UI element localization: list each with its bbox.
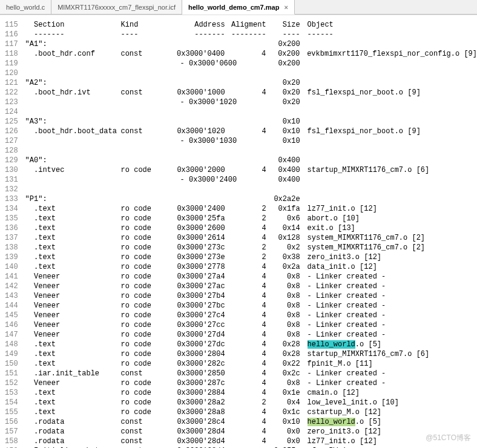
tab-label: hello_world_demo_cm7.map — [188, 4, 279, 11]
line-number: 156 — [5, 417, 18, 427]
editor-line: Veneerro code0x3000'287c40x8- Linker cre… — [25, 378, 477, 388]
line-number: 148 — [5, 340, 18, 349]
search-match: hello_world — [308, 340, 355, 349]
line-number: 151 — [5, 369, 18, 378]
line-number: 122 — [5, 88, 18, 97]
editor-line: Veneerro code0x3000'27cc40x8- Linker cre… — [25, 320, 477, 330]
editor-line: .textro code0x3000'260040x14exit.o [13] — [25, 223, 477, 233]
line-number: 120 — [5, 68, 18, 78]
line-number: 155 — [5, 407, 18, 417]
line-number: 141 — [5, 272, 18, 282]
editor-line: .textro code0x3000'28a220x4low_level_ini… — [25, 398, 477, 407]
editor-line: .textro code0x3000'277840x2adata_init.o … — [25, 262, 477, 272]
editor-line: ------------------------------------ — [25, 30, 477, 39]
editor-line: .textro code0x3000'28a840x1ccstartup_M.o… — [25, 407, 477, 417]
line-number: 118 — [5, 49, 18, 59]
editor-line: "A2":0x20 — [25, 78, 477, 88]
line-number: 143 — [5, 291, 18, 301]
editor-line: Veneerro code0x3000'27ac40x8- Linker cre… — [25, 282, 477, 291]
editor-line: .textro code0x3000'280440x28startup_MIMX… — [25, 349, 477, 359]
line-number: 131 — [5, 175, 18, 185]
line-number: 130 — [5, 165, 18, 175]
line-number: 147 — [5, 330, 18, 340]
editor-line: .rodataconst0x3000'28c440x10hello_world.… — [25, 417, 477, 427]
line-number: 129 — [5, 156, 18, 165]
line-number: 157 — [5, 427, 18, 436]
line-number: 154 — [5, 398, 18, 407]
close-icon[interactable]: × — [284, 4, 288, 11]
editor-line: - 0x3000'06000x200 — [25, 59, 477, 68]
line-number: 136 — [5, 223, 18, 233]
editor-line: .rodataconst0x3000'28d440x0zero_init3.o … — [25, 427, 477, 436]
editor-line: .boot_hdr.confconst0x3000'040040x200evkb… — [25, 49, 477, 59]
editor-line — [25, 107, 477, 117]
line-number: 132 — [5, 185, 18, 194]
editor-line: .intvecro code0x3000'200040x400startup_M… — [25, 165, 477, 175]
line-number: 117 — [5, 39, 18, 49]
tab-2[interactable]: hello_world_demo_cm7.map× — [182, 0, 295, 15]
line-number: 142 — [5, 282, 18, 291]
line-number: 127 — [5, 136, 18, 146]
editor-line: "P1":0x2a2e — [25, 194, 477, 204]
editor-line: Veneerro code0x3000'27a440x8- Linker cre… — [25, 272, 477, 282]
line-number: 139 — [5, 252, 18, 262]
editor-line: Veneerro code0x3000'27b440x8- Linker cre… — [25, 291, 477, 301]
editor-line: .textro code0x3000'288440x1ecmain.o [12] — [25, 388, 477, 398]
line-number: 144 — [5, 301, 18, 311]
editor-line: .rodataconst0x3000'28d440x0lz77_init.o [… — [25, 436, 477, 446]
editor-line: - 0x3000'24000x400 — [25, 175, 477, 185]
line-number: 124 — [5, 107, 18, 117]
line-number: 149 — [5, 349, 18, 359]
editor-line: .boot_hdr.ivtconst0x3000'100040x20fsl_fl… — [25, 88, 477, 97]
line-number: 138 — [5, 243, 18, 252]
editor-line: .textro code0x3000'273c20x2system_MIMXRT… — [25, 243, 477, 252]
line-number: 135 — [5, 214, 18, 223]
tab-1[interactable]: MIMXRT1176xxxxx_cm7_flexspi_nor.icf — [51, 0, 182, 14]
line-number-gutter: 1151161171181191201211221231241251261271… — [0, 20, 25, 448]
editor-line: SectionKindAddressAligmentSizeObject — [25, 20, 477, 30]
line-number: 158 — [5, 436, 18, 446]
line-number: 128 — [5, 146, 18, 156]
line-number: 137 — [5, 233, 18, 243]
search-match: hello_world — [308, 418, 355, 426]
editor-line: .boot_hdr.boot_dataconst0x3000'102040x10… — [25, 127, 477, 136]
editor-line: Veneerro code0x3000'27bc40x8- Linker cre… — [25, 301, 477, 311]
line-number: 145 — [5, 311, 18, 320]
line-number: 140 — [5, 262, 18, 272]
line-number: 152 — [5, 378, 18, 388]
line-number: 125 — [5, 117, 18, 127]
line-number: 134 — [5, 204, 18, 214]
editor-line: "A0":0x400 — [25, 156, 477, 165]
editor-line: .iar.init_tableconst0x3000'285040x2c- Li… — [25, 369, 477, 378]
line-number: 146 — [5, 320, 18, 330]
line-number: 123 — [5, 97, 18, 107]
editor-line: .textro code0x3000'282c40x22fpinit_M.o [… — [25, 359, 477, 369]
line-number: 150 — [5, 359, 18, 369]
editor-line: .textro code0x3000'240020x1falz77_init.o… — [25, 204, 477, 214]
editor-line: Veneerro code0x3000'27d440x8- Linker cre… — [25, 330, 477, 340]
editor-line — [25, 68, 477, 78]
line-number: 116 — [5, 30, 18, 39]
line-number: 119 — [5, 59, 18, 68]
editor-area[interactable]: 1151161171181191201211221231241251261271… — [0, 15, 477, 448]
editor-line: Veneerro code0x3000'27c440x8- Linker cre… — [25, 311, 477, 320]
line-number: 126 — [5, 127, 18, 136]
tab-label: hello_world.c — [6, 4, 45, 11]
editor-line: .textro code0x3000'273e20x38zero_init3.o… — [25, 252, 477, 262]
editor-line: - 0x3000'10200x20 — [25, 97, 477, 107]
line-number: 133 — [5, 194, 18, 204]
editor-content[interactable]: SectionKindAddressAligmentSizeObject ---… — [25, 20, 477, 448]
editor-line — [25, 146, 477, 156]
editor-line: - 0x3000'10300x10 — [25, 136, 477, 146]
tab-label: MIMXRT1176xxxxx_cm7_flexspi_nor.icf — [58, 4, 176, 11]
editor-line: .textro code0x3000'25fa20x6abort.o [10] — [25, 214, 477, 223]
editor-line: "A1":0x200 — [25, 39, 477, 49]
line-number: 121 — [5, 78, 18, 88]
editor-line — [25, 185, 477, 194]
line-number: 115 — [5, 20, 18, 30]
editor-line: "A3":0x10 — [25, 117, 477, 127]
editor-line: .textro code0x3000'261440x128system_MIMX… — [25, 233, 477, 243]
tab-0[interactable]: hello_world.c — [0, 0, 51, 14]
tab-bar: hello_world.cMIMXRT1176xxxxx_cm7_flexspi… — [0, 0, 477, 15]
line-number: 153 — [5, 388, 18, 398]
